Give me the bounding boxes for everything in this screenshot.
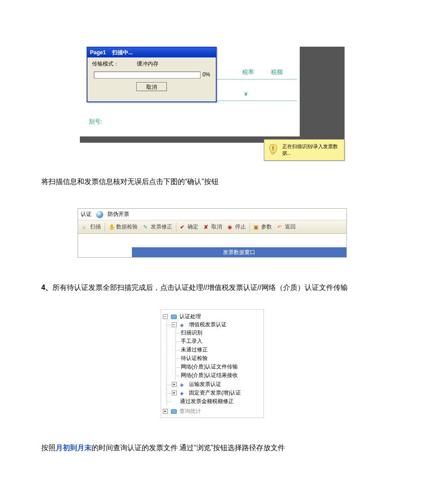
confirm-label: 确定: [188, 223, 198, 231]
tree-leaf-label: 网络(介质)认证文件传输: [181, 364, 238, 370]
value-transfer-mode: 缓冲内存: [137, 60, 158, 68]
node-icon: ◈: [180, 382, 186, 387]
tooltip-text: 正在扫描识别/录入发票数据...: [282, 143, 341, 157]
toolbar-blank-area: [78, 234, 346, 247]
tree-leaf-amount-fix[interactable]: 通过发票金额税额修正: [172, 397, 262, 406]
back-label: 返回: [285, 223, 296, 231]
paragraph-confirm-instruction: 将扫描信息和发票信息核对无误后点击下图的“确认”按钮: [27, 173, 397, 190]
tree-vat-label: 增值税发票认证: [189, 321, 227, 328]
check-mark-icon: ✔: [180, 224, 186, 230]
chevron-down-icon: ︾: [271, 153, 275, 156]
folder-icon: [171, 409, 177, 414]
progress-bar: [94, 71, 201, 79]
expand-icon[interactable]: +: [163, 409, 168, 414]
cancel-label: 取消: [211, 223, 222, 231]
screenshot-background: 税率 税额 ¥ 别号: Page1 扫描中... 传输模式： 缓冲内存: [80, 47, 345, 143]
label-tax-rate: 税率: [242, 68, 254, 76]
tree-amount-fix-label: 通过发票金额税额修正: [180, 398, 234, 404]
tree-audit-label: 查询统计: [179, 408, 201, 414]
cancel-button[interactable]: 取消: [136, 82, 167, 91]
scan-icon: ⌕: [83, 224, 89, 230]
dialog-title-page: Page1: [90, 48, 106, 57]
menu-item-auth[interactable]: 认证: [81, 210, 92, 218]
toolbar-separator: [105, 223, 105, 232]
para3-date-range: 月初到月末: [56, 444, 92, 451]
label-id-number: 别号:: [89, 118, 102, 126]
scan-tooltip: ! ︾ 正在扫描识别/录入发票数据...: [264, 139, 345, 161]
data-check-button[interactable]: ✋ 数据检验: [106, 221, 140, 233]
invoice-form-area: 税率 税额 ¥ 别号: Page1 扫描中... 传输模式： 缓冲内存: [80, 47, 300, 136]
tree-leaf[interactable]: 待认证检验: [181, 354, 262, 363]
tree-leaf-label: 扫描识别: [181, 329, 202, 336]
tree-leaf[interactable]: 手工录入: [181, 337, 262, 346]
shield-alert-icon: ! ︾: [267, 142, 280, 158]
cancel-button[interactable]: ✘ 取消: [201, 221, 225, 233]
dialog-title-status: 扫描中...: [112, 48, 133, 57]
toolbar-separator: [249, 223, 250, 232]
confirm-button[interactable]: ✔ 确定: [177, 221, 201, 233]
folder-icon: [171, 315, 177, 319]
scan-label: 扫描: [90, 223, 101, 231]
scan-button[interactable]: ⌕ 扫描: [80, 221, 104, 233]
back-arrow-icon: ↶: [277, 224, 284, 230]
dialog-titlebar[interactable]: Page1 扫描中...: [87, 48, 216, 57]
data-check-label: 数据检验: [116, 223, 138, 231]
step-number: 4、: [41, 284, 52, 291]
tree-leaf-label: 手工录入: [181, 338, 202, 344]
para3-pre: 按照: [41, 444, 56, 451]
progress-percent: 0%: [200, 71, 210, 78]
subwindow-title: 发票数据窗口: [132, 247, 346, 257]
step-4-text: 所有待认证发票全部扫描完成后，点击认证处理//增值税发票认证//网络（介质）认证…: [52, 284, 348, 291]
tree-leaf-label: 待认证检验: [181, 355, 208, 361]
tree-leaf[interactable]: 未通过修正: [181, 346, 262, 354]
scanning-dialog: Page1 扫描中... 传输模式： 缓冲内存 0% 取消: [87, 47, 217, 102]
tree-leaf-label: 未通过修正: [181, 346, 208, 353]
label-tax-amount: 税额: [271, 68, 283, 76]
node-icon: ◈: [180, 322, 186, 328]
expand-icon[interactable]: +: [172, 390, 177, 395]
collapse-icon[interactable]: −: [163, 314, 168, 319]
toolbar: ⌕ 扫描 ✋ 数据检验 ✎ 发票修正 ✔ 确定 ✘ 取消 ◉: [78, 220, 346, 234]
tree-node-transport[interactable]: + ◈ 运输发票认证: [172, 380, 262, 389]
edit-icon: ✎: [143, 224, 149, 230]
paragraph-browse-instruction: 按照月初到月末的时间查询认证的发票文件 通过“浏览”按钮选择路径存放文件: [27, 439, 397, 456]
menu-bar: 认证 防伪开票: [78, 209, 346, 220]
tree-leaf[interactable]: 网络(介质)认证结果接收: [181, 371, 262, 380]
params-label: 参数: [261, 223, 272, 231]
invoice-fix-label: 发票修正: [151, 223, 172, 231]
scan-dialog-screenshot: 税率 税额 ¥ 别号: Page1 扫描中... 传输模式： 缓冲内存: [80, 45, 345, 152]
params-button[interactable]: ▣ 参数: [251, 221, 275, 233]
label-transfer-mode: 传输模式：: [92, 60, 119, 68]
collapse-icon[interactable]: −: [172, 322, 177, 327]
expand-icon[interactable]: +: [172, 382, 177, 387]
dark-border-right: [300, 47, 345, 136]
menu-item-antifake[interactable]: 防伪开票: [108, 210, 129, 218]
params-icon: ▣: [254, 224, 260, 230]
stop-button[interactable]: ◉ 停止: [225, 221, 249, 233]
tree-node-fixed-asset[interactable]: + ◈ 固定资产发票(增)认证: [172, 389, 262, 397]
tree-node-vat[interactable]: − ◈ 增值税发票认证 扫描识别 手工录入 未通过修正 待认证检验 网络(介质)…: [172, 320, 262, 380]
cross-icon: ✘: [204, 224, 210, 230]
tree-leaf[interactable]: 扫描识别: [181, 329, 262, 337]
stop-label: 停止: [235, 223, 246, 231]
subwindow-left-gap: [78, 247, 132, 257]
tree-leaf-label: 网络(介质)认证结果接收: [181, 372, 238, 378]
node-icon: ◈: [180, 390, 186, 396]
toolbar-screenshot: 认证 防伪开票 ⌕ 扫描 ✋ 数据检验 ✎ 发票修正 ✔ 确定: [78, 208, 347, 258]
check-icon: ✋: [109, 224, 115, 230]
tree-transport-label: 运输发票认证: [189, 381, 221, 387]
tree-root-auth[interactable]: − 认证处理 − ◈ 增值税发票认证 扫描识别 手工录入 未通过修正 待认证检验…: [163, 312, 262, 406]
back-button[interactable]: ↶ 返回: [275, 221, 298, 233]
toolbar-separator: [176, 223, 176, 232]
tree-root-label: 认证处理: [179, 313, 201, 320]
stop-icon: ◉: [227, 224, 234, 230]
globe-icon: [96, 211, 103, 218]
tree-fixed-asset-label: 固定资产发票(增)认证: [189, 390, 241, 396]
currency-symbol: ¥: [245, 91, 248, 97]
tree-root-audit[interactable]: + 查询统计: [163, 407, 262, 416]
invoice-fix-button[interactable]: ✎ 发票修正: [140, 221, 175, 233]
tree-leaf[interactable]: 网络(介质)认证文件传输: [181, 363, 262, 371]
para3-post: 的时间查询认证的发票文件 通过“浏览”按钮选择路径存放文件: [92, 444, 285, 451]
paragraph-step-4: 4、所有待认证发票全部扫描完成后，点击认证处理//增值税发票认证//网络（介质）…: [27, 279, 397, 296]
nav-tree-screenshot: − 认证处理 − ◈ 增值税发票认证 扫描识别 手工录入 未通过修正 待认证检验…: [161, 309, 264, 418]
